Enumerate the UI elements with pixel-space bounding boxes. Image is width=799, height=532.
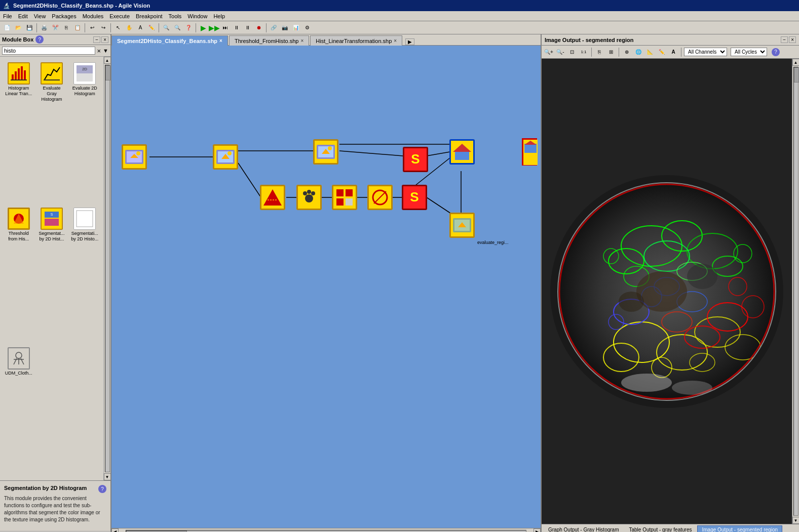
- text-tool[interactable]: A: [135, 23, 145, 33]
- right-scroll-up[interactable]: ▲: [792, 59, 800, 66]
- tab-hist-linear-close[interactable]: ×: [394, 38, 397, 44]
- rt-copy[interactable]: ⎘: [594, 47, 604, 57]
- menu-item-file[interactable]: File: [0, 12, 15, 20]
- module-scroll-up[interactable]: ▲: [104, 57, 111, 64]
- search-dropdown-icon[interactable]: ▼: [103, 48, 108, 54]
- rt-help-btn[interactable]: ?: [772, 48, 780, 56]
- rt-globe[interactable]: 🌐: [633, 47, 643, 57]
- save-button[interactable]: 💾: [24, 23, 34, 33]
- workflow-node-s-bottom[interactable]: S: [402, 185, 427, 210]
- right-panel-close[interactable]: ×: [789, 36, 796, 43]
- tab-image-output[interactable]: Image Output - segmented region: [697, 525, 782, 532]
- menu-item-view[interactable]: View: [31, 12, 49, 20]
- workflow-node-partial[interactable]: [522, 138, 537, 166]
- rt-draw[interactable]: ✏️: [657, 47, 667, 57]
- module-scroll-thumb[interactable]: [105, 65, 110, 80]
- select-tool[interactable]: ↖: [113, 23, 123, 33]
- draw-tool[interactable]: ✏️: [146, 23, 157, 33]
- rt-measure[interactable]: 📐: [645, 47, 655, 57]
- menu-item-breakpoint[interactable]: Breakpoint: [133, 12, 166, 20]
- open-button[interactable]: 📂: [13, 23, 23, 33]
- right-scrollbar[interactable]: ▲ ▼: [792, 59, 799, 524]
- menu-item-window[interactable]: Window: [184, 12, 210, 20]
- module-item-eval-2d[interactable]: 2D Evaluate 2DHistogram: [69, 60, 100, 203]
- workflow-canvas[interactable]: S S: [111, 46, 541, 528]
- right-panel-minimize[interactable]: −: [781, 36, 788, 43]
- chart-button[interactable]: 📊: [291, 23, 301, 33]
- tab-hist-linear[interactable]: Hist_LinearTransformation.shp ×: [310, 35, 402, 46]
- redo-button[interactable]: ↪: [98, 23, 108, 33]
- right-scroll-down[interactable]: ▼: [792, 517, 800, 524]
- zoom-in-tb[interactable]: 🔍: [161, 23, 171, 33]
- module-item-seg-2dhisto[interactable]: Segmentati...by 2D Histo...: [69, 205, 100, 343]
- right-scroll-thumb[interactable]: [794, 67, 799, 83]
- menu-item-help[interactable]: Help: [210, 12, 228, 20]
- workflow-node-segment[interactable]: [332, 185, 357, 210]
- scroll-left-arrow[interactable]: ◀: [111, 528, 119, 533]
- menu-item-edit[interactable]: Edit: [15, 12, 31, 20]
- rt-layout[interactable]: ⊞: [606, 47, 616, 57]
- rt-fit[interactable]: ⊡: [567, 47, 577, 57]
- module-scroll-down[interactable]: ▼: [104, 473, 111, 480]
- scroll-right-arrow[interactable]: ▶: [534, 528, 541, 533]
- help-tb[interactable]: ❓: [183, 23, 194, 33]
- zoom-out-tb[interactable]: 🔍: [172, 23, 182, 33]
- workflow-node-s-top[interactable]: S: [403, 147, 428, 172]
- module-box-minimize[interactable]: −: [93, 36, 100, 43]
- module-item-seg-2dhist[interactable]: S Segmentat...by 2D Hist...: [36, 205, 67, 343]
- record-button[interactable]: ⏺: [254, 23, 264, 33]
- rt-zoom100[interactable]: 1:1: [579, 47, 589, 57]
- cycle-select[interactable]: All Cycles: [731, 48, 767, 56]
- channel-select[interactable]: All Channels: [684, 48, 727, 56]
- module-item-threshold[interactable]: Thresholdfrom His...: [3, 205, 34, 343]
- search-clear-icon[interactable]: ×: [97, 47, 101, 55]
- camera-button[interactable]: 📷: [280, 23, 290, 33]
- workflow-node-evaluate[interactable]: evaluate_regi...: [449, 213, 475, 238]
- copy-button[interactable]: ⎘: [61, 23, 71, 33]
- tab-main[interactable]: Segment2DHisto_Classify_Beans.shp ×: [111, 35, 228, 46]
- rt-zoom-out[interactable]: 🔍-: [555, 47, 565, 57]
- workflow-node-2[interactable]: [213, 144, 238, 170]
- workflow-node-circle[interactable]: [367, 185, 393, 210]
- workflow-node-img-mid[interactable]: [313, 139, 338, 165]
- hand-tool[interactable]: ✋: [124, 23, 134, 33]
- menu-item-modules[interactable]: Modules: [80, 12, 107, 20]
- rt-zoom-in[interactable]: 🔍+: [544, 47, 554, 57]
- play-all-button[interactable]: ▶▶: [209, 23, 219, 33]
- rt-crosshair[interactable]: ⊕: [622, 47, 632, 57]
- pause-button[interactable]: ⏸: [232, 23, 242, 33]
- rt-text[interactable]: A: [668, 47, 678, 57]
- step-button[interactable]: ⏭: [220, 23, 231, 33]
- tab-graph-output[interactable]: Graph Output - Gray Histogram: [544, 525, 624, 532]
- new-button[interactable]: 📄: [2, 23, 12, 33]
- workflow-node-threshold[interactable]: [260, 185, 285, 210]
- scroll-thumb-h[interactable]: [126, 530, 187, 533]
- module-search-input[interactable]: [2, 47, 95, 55]
- settings-button[interactable]: ⚙: [302, 23, 312, 33]
- module-item-eval-gray[interactable]: Evaluate GrayHistogram: [36, 60, 67, 203]
- workflow-node-input[interactable]: [122, 144, 147, 170]
- module-box-scrollbar[interactable]: ▲ ▼: [103, 57, 110, 480]
- menu-item-execute[interactable]: Execute: [106, 12, 133, 20]
- tab-threshold-close[interactable]: ×: [300, 38, 303, 44]
- tab-main-close[interactable]: ×: [219, 38, 222, 44]
- cut-button[interactable]: ✂️: [50, 23, 60, 33]
- module-info-button[interactable]: ?: [35, 35, 44, 44]
- tab-table-output[interactable]: Table Output - gray features: [625, 525, 697, 532]
- menu-item-tools[interactable]: Tools: [166, 12, 185, 20]
- module-box-close[interactable]: ×: [101, 36, 108, 43]
- workflow-node-output[interactable]: [449, 139, 475, 165]
- paste-button[interactable]: 📋: [72, 23, 83, 33]
- stop-button[interactable]: ⏸: [243, 23, 253, 33]
- workflow-node-features[interactable]: [296, 185, 322, 210]
- print-button[interactable]: 🖨️: [39, 23, 49, 33]
- module-item-hist-linear[interactable]: HistogramLinear Tran...: [3, 60, 34, 203]
- connect-button[interactable]: 🔗: [269, 23, 279, 33]
- tab-threshold[interactable]: Threshold_FromHisto.shp ×: [229, 35, 309, 46]
- module-info-help[interactable]: ?: [98, 485, 106, 493]
- module-item-udm-cloth[interactable]: UDM_Cloth...: [3, 345, 34, 477]
- play-button[interactable]: ▶: [198, 23, 208, 33]
- menu-item-packages[interactable]: Packages: [49, 12, 79, 20]
- tab-scroll-right[interactable]: ▶: [405, 38, 414, 45]
- undo-button[interactable]: ↩: [87, 23, 97, 33]
